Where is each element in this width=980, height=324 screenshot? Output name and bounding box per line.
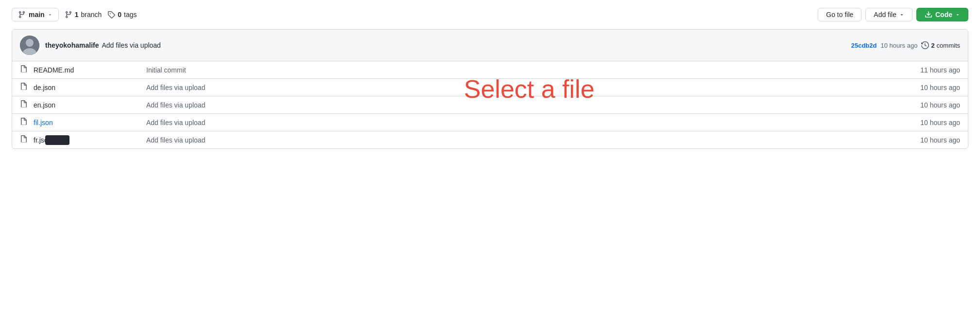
commit-meta: 25cdb2d 10 hours ago 2 commits bbox=[851, 41, 960, 49]
file-time: 10 hours ago bbox=[920, 84, 960, 91]
table-row: de.jsonAdd files via upload10 hours ago bbox=[12, 79, 968, 96]
file-icon bbox=[20, 65, 28, 74]
commits-label: commits bbox=[937, 42, 960, 49]
file-tooltip: fil.json bbox=[45, 135, 69, 145]
code-label: Code bbox=[935, 11, 952, 18]
file-name-text: de.json bbox=[34, 84, 55, 91]
chevron-down-icon bbox=[48, 12, 52, 17]
file-time: 10 hours ago bbox=[920, 101, 960, 109]
file-time: 10 hours ago bbox=[920, 136, 960, 144]
chevron-down-icon-code bbox=[955, 12, 960, 17]
add-file-label: Add file bbox=[874, 11, 896, 18]
file-icon bbox=[20, 135, 28, 144]
file-commit-message: Add files via upload bbox=[146, 84, 914, 91]
file-commit-message: Add files via upload bbox=[146, 101, 914, 109]
file-commit-message: Add files via upload bbox=[146, 119, 914, 126]
branch-count-link[interactable]: 1 branch bbox=[65, 11, 102, 18]
tag-text: tags bbox=[124, 11, 137, 18]
avatar bbox=[20, 36, 39, 55]
file-icon bbox=[20, 83, 28, 92]
table-row: fil.jsonAdd files via upload10 hours ago bbox=[12, 114, 968, 131]
branch-name: main bbox=[29, 11, 45, 18]
file-name-cell: en.json bbox=[34, 101, 140, 109]
file-name-cell: fil.json bbox=[34, 119, 140, 126]
table-row: en.jsonAdd files via upload10 hours ago bbox=[12, 96, 968, 114]
table-row: fr.jsonfil.jsonAdd files via upload10 ho… bbox=[12, 131, 968, 148]
go-to-file-button[interactable]: Go to file bbox=[818, 8, 861, 21]
file-time: 11 hours ago bbox=[920, 66, 960, 74]
file-name-cell: README.md bbox=[34, 66, 140, 74]
file-rows-container: README.mdInitial commit11 hours agode.js… bbox=[12, 61, 968, 148]
chevron-down-icon-add bbox=[899, 12, 904, 17]
file-table: theyokohamalife Add files via upload 25c… bbox=[12, 29, 968, 149]
commits-count-link[interactable]: 2 commits bbox=[921, 41, 960, 49]
download-icon bbox=[925, 11, 932, 18]
commit-time: 10 hours ago bbox=[880, 42, 917, 49]
file-time: 10 hours ago bbox=[920, 119, 960, 126]
git-branch-icon-meta bbox=[65, 11, 72, 18]
tag-count: 0 bbox=[118, 11, 121, 18]
branch-selector[interactable]: main bbox=[12, 8, 59, 21]
svg-point-1 bbox=[26, 39, 34, 47]
file-name-cell: de.json bbox=[34, 84, 140, 91]
branch-count: 1 bbox=[75, 11, 79, 18]
file-name-link[interactable]: fil.json bbox=[34, 119, 53, 126]
add-file-button[interactable]: Add file bbox=[865, 8, 912, 21]
code-button[interactable]: Code bbox=[916, 8, 968, 21]
avatar-image bbox=[20, 36, 39, 55]
file-table-wrapper: theyokohamalife Add files via upload 25c… bbox=[12, 29, 968, 149]
commit-message: Add files via upload bbox=[102, 41, 160, 49]
tag-icon bbox=[107, 11, 115, 18]
toolbar-left: main 1 branch 0 tags bbox=[12, 8, 812, 21]
commit-hash-link[interactable]: 25cdb2d bbox=[851, 42, 877, 49]
file-icon bbox=[20, 100, 28, 109]
file-commit-message: Add files via upload bbox=[146, 136, 914, 144]
file-icon bbox=[20, 118, 28, 127]
commits-count: 2 bbox=[931, 42, 934, 49]
branch-text: branch bbox=[81, 11, 102, 18]
commit-header: theyokohamalife Add files via upload 25c… bbox=[12, 30, 968, 61]
commit-username[interactable]: theyokohamalife bbox=[45, 41, 99, 49]
file-name-text: en.json bbox=[34, 101, 55, 109]
file-name-cell: fr.jsonfil.json bbox=[34, 136, 140, 144]
commit-info: theyokohamalife Add files via upload bbox=[45, 41, 845, 49]
file-commit-message: Initial commit bbox=[146, 66, 914, 74]
tag-count-link[interactable]: 0 tags bbox=[107, 11, 137, 18]
git-branch-icon bbox=[18, 11, 26, 18]
table-row: README.mdInitial commit11 hours ago bbox=[12, 61, 968, 79]
toolbar-right: Go to file Add file Code bbox=[818, 8, 968, 21]
file-name-text: README.md bbox=[34, 66, 74, 74]
toolbar: main 1 branch 0 tags Go to file Add bbox=[12, 8, 968, 21]
clock-icon bbox=[921, 41, 929, 49]
go-to-file-label: Go to file bbox=[826, 11, 853, 18]
